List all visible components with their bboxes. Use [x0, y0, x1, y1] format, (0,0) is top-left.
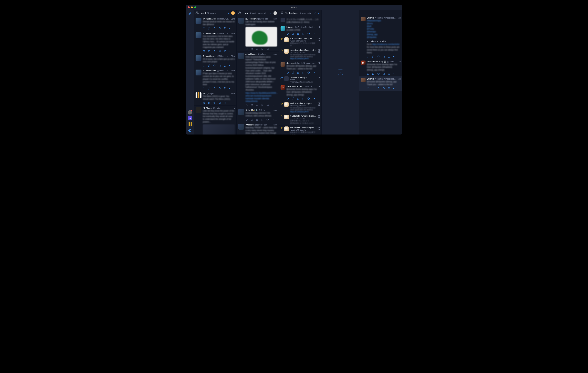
avatar[interactable] [281, 18, 285, 22]
avatar[interactable]: || [284, 76, 289, 81]
bookmark-icon[interactable] [219, 64, 221, 67]
emoji-icon[interactable] [266, 104, 269, 106]
bookmark-icon[interactable] [302, 33, 304, 35]
avatar[interactable] [196, 92, 201, 98]
avatar[interactable] [284, 126, 289, 131]
avatar[interactable]: m [361, 61, 366, 65]
boost-icon[interactable] [208, 102, 210, 104]
favourite-icon[interactable] [213, 87, 216, 90]
more-icon[interactable] [229, 87, 231, 90]
avatar[interactable] [284, 49, 289, 54]
avatar[interactable] [196, 107, 201, 113]
emoji-icon[interactable] [307, 33, 310, 35]
avatar[interactable] [281, 26, 285, 31]
boost-icon[interactable] [208, 64, 210, 67]
avatar[interactable] [361, 17, 366, 21]
more-icon[interactable] [229, 102, 231, 104]
boost-icon[interactable] [208, 87, 210, 90]
post[interactable]: Thibault Lapers @ThibaultLap… 31m Ah et … [194, 54, 236, 68]
notification-post[interactable]: ディスプレイを新調したら今… この記事がfediverse (2. Ahms) [279, 16, 321, 25]
emoji-icon[interactable] [224, 50, 226, 52]
post[interactable]: Thibault Lapers @ThibaultLap… 31m P*tain… [194, 68, 236, 91]
notification-favourite[interactable]: ✳Satanist✳ favourited your … h3poteto@h3… [279, 125, 321, 135]
bookmark-icon[interactable] [219, 27, 221, 30]
reply-icon[interactable] [203, 102, 205, 104]
more-icon[interactable] [313, 33, 315, 35]
notification-post[interactable]: m steve mookie kong 🐰@mook…2d @shomila S… [279, 84, 321, 101]
post[interactable]: Dolfy 🐺📻🎙️ @Dolfy now Goedemiddag iedere… [237, 108, 279, 122]
add-column-button[interactable]: + [338, 70, 343, 75]
boost-icon[interactable] [208, 27, 210, 30]
reply-icon[interactable] [203, 50, 205, 52]
avatar[interactable] [196, 55, 201, 61]
bookmark-icon[interactable] [219, 87, 221, 90]
favourite-icon[interactable] [256, 104, 258, 106]
column-account-avatar[interactable] [231, 11, 235, 15]
favourite-icon[interactable] [297, 97, 299, 100]
avatar[interactable] [238, 109, 244, 115]
favourite-icon[interactable] [213, 27, 216, 30]
detail-post[interactable]: Shomila @shomila@masto.rec… 2d #Mastodon… [359, 15, 402, 59]
avatar[interactable]: m [281, 85, 285, 90]
emoji-icon[interactable] [224, 64, 226, 67]
notification-favourite[interactable]: S.H. favourited your post h3poteto@h3pot… [279, 36, 321, 48]
filter-icon[interactable] [227, 11, 230, 15]
check-icon[interactable] [313, 11, 316, 15]
favourite-icon[interactable] [297, 33, 299, 35]
favourite-icon[interactable] [377, 73, 380, 75]
post-links[interactable]: https://www.hs.fi/politiikka/art20000…ar… [245, 92, 277, 103]
emoji-icon[interactable] [388, 55, 390, 58]
detail-post[interactable]: m steve mookie kong 🐰 @mook… 2d @shomila… [359, 59, 402, 76]
more-icon[interactable] [313, 97, 315, 100]
reply-icon[interactable] [245, 104, 248, 106]
emoji-icon[interactable] [266, 48, 269, 50]
bookmark-icon[interactable] [383, 87, 385, 90]
bookmark-icon[interactable] [219, 102, 221, 104]
bookmark-icon[interactable] [383, 55, 385, 58]
avatar[interactable] [196, 70, 201, 75]
reply-icon[interactable] [286, 97, 289, 100]
reply-icon[interactable] [245, 119, 248, 121]
reply-icon[interactable] [203, 27, 205, 30]
avatar[interactable] [281, 62, 285, 67]
close-icon[interactable]: ✕ [361, 11, 363, 14]
compose-button[interactable] [187, 11, 192, 16]
post[interactable]: PJ Holden @pauljholden now Watching "FRO… [237, 122, 279, 135]
account-avatar-3[interactable] [188, 122, 192, 126]
media-attachment[interactable] [203, 124, 235, 135]
avatar[interactable] [238, 18, 244, 24]
bookmark-icon[interactable] [261, 119, 263, 121]
post[interactable]: joukjebroier @joukjebroier now Lijkt me … [237, 16, 279, 52]
favourite-icon[interactable] [256, 48, 258, 50]
reply-icon[interactable] [367, 55, 369, 58]
account-avatar-1[interactable] [188, 110, 192, 114]
favourite-icon[interactable] [213, 64, 216, 67]
avatar[interactable] [196, 32, 201, 38]
settings-button[interactable] [187, 128, 192, 133]
more-icon[interactable] [393, 73, 395, 75]
emoji-icon[interactable] [388, 73, 390, 75]
reply-icon[interactable] [367, 87, 369, 90]
reply-icon[interactable] [203, 64, 205, 67]
avatar[interactable] [284, 102, 289, 107]
reply-icon[interactable] [203, 87, 205, 90]
favourite-icon[interactable] [213, 50, 216, 52]
avatar[interactable] [196, 18, 201, 24]
boost-icon[interactable] [208, 50, 210, 52]
boost-icon[interactable] [292, 97, 294, 100]
boost-icon[interactable] [372, 55, 374, 58]
reply-icon[interactable] [367, 73, 369, 75]
avatar[interactable] [238, 124, 244, 130]
filter-icon[interactable] [270, 11, 272, 15]
boost-icon[interactable] [251, 119, 253, 121]
notification-follow[interactable]: || hitoshi followed you hitoshi hitoshi@… [279, 75, 321, 84]
favourite-icon[interactable] [377, 87, 380, 90]
emoji-icon[interactable] [388, 87, 390, 90]
boost-icon[interactable] [251, 104, 253, 106]
bookmark-icon[interactable] [261, 48, 263, 50]
post[interactable]: BC Matron @bradley 1h Little did they kn… [194, 106, 236, 135]
media-attachment[interactable] [245, 27, 277, 47]
notification-post[interactable]: Shomila@shomila@masto.rec…2d @mookie @h3… [279, 61, 321, 75]
bookmark-icon[interactable] [302, 97, 304, 100]
reply-icon[interactable] [245, 48, 248, 50]
